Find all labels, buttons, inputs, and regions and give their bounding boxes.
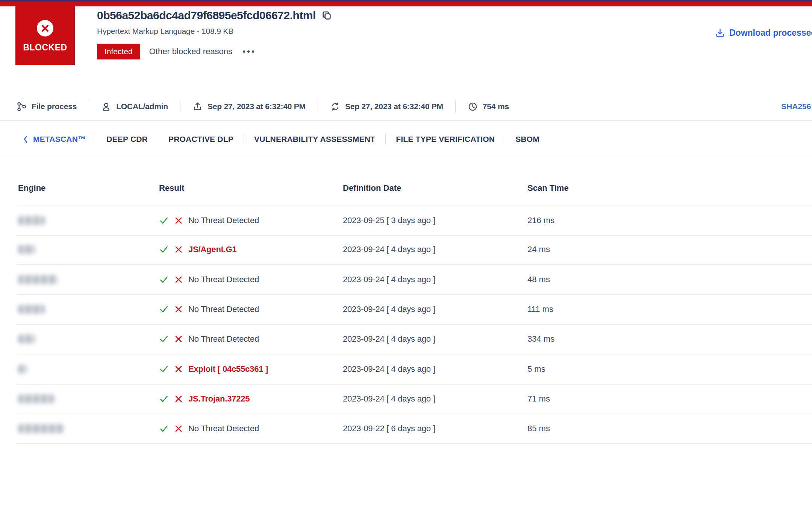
result-text: No Threat Detected <box>188 304 259 314</box>
check-icon <box>159 304 169 314</box>
definition-date-cell: 2023-09-24 [ 4 days ago ] <box>343 265 435 294</box>
scan-time-cell: 48 ms <box>527 265 550 294</box>
meta-duration: 754 ms <box>468 102 509 112</box>
check-icon <box>159 394 169 404</box>
check-icon <box>159 364 169 374</box>
meta-upload-time: Sep 27, 2023 at 6:32:40 PM <box>192 102 306 112</box>
definition-date-cell: 2023-09-25 [ 3 days ago ] <box>343 205 435 235</box>
result-cell: No Threat Detected <box>159 324 259 354</box>
meta-duration-label: 754 ms <box>483 102 509 111</box>
divider <box>505 134 505 144</box>
definition-date-cell: 2023-09-24 [ 4 days ago ] <box>343 384 435 414</box>
result-text: Exploit [ 04c55c361 ] <box>188 364 268 374</box>
clock-icon <box>468 102 478 112</box>
definition-date-cell: 2023-09-24 [ 4 days ago ] <box>343 324 435 354</box>
scan-time-cell: 5 ms <box>527 354 545 384</box>
copy-icon[interactable] <box>321 10 332 21</box>
scan-time-cell: 85 ms <box>527 414 550 443</box>
result-cell: JS.Trojan.37225 <box>159 384 250 414</box>
x-circle-icon <box>37 20 53 37</box>
divider <box>385 134 386 144</box>
divider <box>0 120 812 121</box>
result-cell: No Threat Detected <box>159 205 259 235</box>
result-cell: JS/Agent.G1 <box>159 234 237 264</box>
definition-date-cell: 2023-09-24 [ 4 days ago ] <box>343 234 435 264</box>
scan-time-cell: 111 ms <box>527 294 553 324</box>
upload-icon <box>192 102 203 112</box>
meta-user: LOCAL/admin <box>101 102 168 112</box>
x-icon <box>174 216 183 225</box>
table-row: Exploit [ 04c55c361 ] 2023-09-24 [ 4 day… <box>17 354 812 385</box>
divider <box>158 134 158 144</box>
check-icon <box>159 245 169 254</box>
result-text: No Threat Detected <box>188 424 259 433</box>
top-status-bar <box>0 2 812 6</box>
table-row: JS/Agent.G1 2023-09-24 [ 4 days ago ] 24… <box>17 234 812 265</box>
process-icon <box>17 102 27 112</box>
engine-name-redacted <box>18 245 35 254</box>
engine-name-redacted <box>18 394 54 403</box>
engine-name-redacted <box>18 305 45 314</box>
divider <box>244 134 244 144</box>
divider <box>318 100 318 113</box>
column-header-scan-time: Scan Time <box>527 183 569 193</box>
download-label: Download processed <box>729 28 812 38</box>
tab-file-type-verification[interactable]: FILE TYPE VERIFICATION <box>396 135 495 144</box>
tab-sbom[interactable]: SBOM <box>515 135 539 144</box>
x-icon <box>174 424 183 433</box>
check-icon <box>159 216 169 225</box>
definition-date-cell: 2023-09-24 [ 4 days ago ] <box>343 354 435 384</box>
user-icon <box>101 102 111 112</box>
check-icon <box>159 334 169 344</box>
tab-metascan[interactable]: METASCAN™ <box>23 135 86 144</box>
scan-time-cell: 71 ms <box>527 384 550 414</box>
chevron-left-icon <box>23 135 29 144</box>
divider <box>96 134 96 144</box>
engine-name-redacted <box>18 216 45 225</box>
download-icon <box>715 28 725 38</box>
result-cell: Exploit [ 04c55c361 ] <box>159 354 268 384</box>
table-row: No Threat Detected 2023-09-22 [ 6 days a… <box>17 414 812 444</box>
x-icon <box>174 275 183 284</box>
engine-name-redacted <box>18 365 27 374</box>
table-row: No Threat Detected 2023-09-24 [ 4 days a… <box>17 294 812 325</box>
tab-deep-cdr[interactable]: DEEP CDR <box>106 135 148 144</box>
blocked-label: BLOCKED <box>23 43 67 53</box>
file-type-size: Hypertext Markup Language - 108.9 KB <box>97 27 332 36</box>
definition-date-cell: 2023-09-22 [ 6 days ago ] <box>343 414 435 443</box>
result-cell: No Threat Detected <box>159 414 259 443</box>
infected-badge: Infected <box>97 44 140 59</box>
table-row: No Threat Detected 2023-09-24 [ 4 days a… <box>17 265 812 295</box>
check-icon <box>159 275 169 284</box>
sha256-link[interactable]: SHA256 <box>781 97 811 116</box>
table-row: JS.Trojan.37225 2023-09-24 [ 4 days ago … <box>17 384 812 414</box>
more-menu-icon[interactable] <box>241 48 256 55</box>
result-text: No Threat Detected <box>188 275 259 284</box>
report-tabs: METASCAN™ DEEP CDR PROACTIVE DLP VULNERA… <box>23 130 539 149</box>
engine-name-redacted <box>18 275 58 284</box>
tab-proactive-dlp[interactable]: PROACTIVE DLP <box>168 135 233 144</box>
meta-rescan-time: Sep 27, 2023 at 6:32:40 PM <box>330 102 443 112</box>
scan-table-header: Engine Result Definition Date Scan Time <box>0 180 812 197</box>
blocked-status-card: BLOCKED <box>15 5 75 65</box>
column-header-result: Result <box>159 183 184 193</box>
file-scan-report-page: { "colors": { "danger_red": "#c90d12", "… <box>0 0 812 508</box>
result-text: JS/Agent.G1 <box>188 245 237 254</box>
refresh-icon <box>330 102 340 112</box>
scan-time-cell: 216 ms <box>527 205 554 235</box>
tab-vulnerability-assessment[interactable]: VULNERABILITY ASSESSMENT <box>254 135 375 144</box>
result-cell: No Threat Detected <box>159 294 259 324</box>
x-icon <box>174 365 183 374</box>
definition-date-cell: 2023-09-24 [ 4 days ago ] <box>343 294 435 324</box>
meta-user-label: LOCAL/admin <box>116 102 168 111</box>
meta-upload-time-label: Sep 27, 2023 at 6:32:40 PM <box>208 102 306 111</box>
download-processed-link[interactable]: Download processed <box>715 28 812 38</box>
engine-name-redacted <box>18 424 64 433</box>
x-icon <box>174 305 183 314</box>
result-text: JS.Trojan.37225 <box>188 394 250 404</box>
table-row: No Threat Detected 2023-09-24 [ 4 days a… <box>17 324 812 354</box>
other-blocked-reasons-label: Other blocked reasons <box>149 47 232 56</box>
column-header-definition-date: Definition Date <box>343 183 401 193</box>
column-header-engine: Engine <box>18 183 45 193</box>
meta-rescan-time-label: Sep 27, 2023 at 6:32:40 PM <box>345 102 443 111</box>
